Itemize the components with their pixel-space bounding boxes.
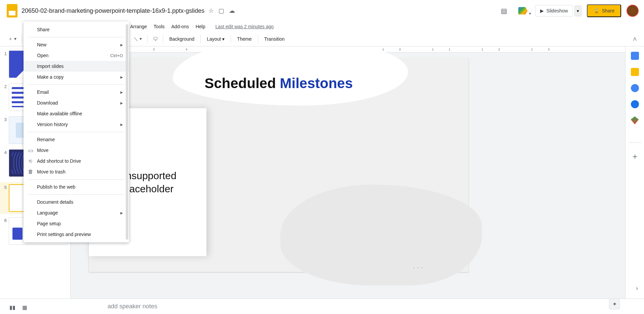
star-icon[interactable]: ☆ bbox=[208, 7, 214, 14]
separator bbox=[163, 35, 163, 43]
filmstrip-view-icon[interactable]: ▮▮ bbox=[9, 304, 15, 311]
speaker-notes[interactable]: add speaker notes bbox=[0, 299, 644, 314]
file-details[interactable]: Document details bbox=[24, 197, 129, 207]
file-make-copy[interactable]: Make a copy▶ bbox=[24, 72, 129, 82]
menu-help[interactable]: Help bbox=[193, 23, 208, 31]
separator bbox=[28, 179, 124, 180]
share-button[interactable]: 🔒 Share bbox=[587, 4, 621, 17]
slide-number: 1 bbox=[3, 50, 9, 78]
shortcut-label: Ctrl+O bbox=[110, 53, 123, 58]
document-title[interactable]: 20650-02-brand-marketing-powerpoint-temp… bbox=[22, 7, 204, 14]
slide-title[interactable]: Scheduled Milestones bbox=[89, 75, 469, 91]
file-page-setup[interactable]: Page setup bbox=[24, 218, 129, 229]
slide-number: 3 bbox=[3, 116, 9, 144]
hide-sidepanel-icon[interactable]: › bbox=[636, 285, 638, 292]
cloud-status-icon[interactable]: ☁ bbox=[229, 7, 235, 14]
header-right: ▤ ▼ ▶ Slideshow ▾ 🔒 Share bbox=[497, 4, 639, 17]
file-language[interactable]: Language▶ bbox=[24, 207, 129, 218]
slideshow-label: Slideshow bbox=[547, 8, 568, 13]
file-publish[interactable]: Publish to the web bbox=[24, 182, 129, 192]
file-rename[interactable]: Rename bbox=[24, 134, 129, 145]
submenu-arrow-icon: ▶ bbox=[120, 211, 123, 215]
file-open[interactable]: OpenCtrl+O bbox=[24, 50, 129, 61]
slideshow-button[interactable]: ▶ Slideshow bbox=[535, 5, 573, 16]
separator bbox=[28, 37, 124, 37]
submenu-arrow-icon: ▶ bbox=[120, 123, 123, 126]
file-new[interactable]: New▶ bbox=[24, 39, 129, 50]
share-label: Share bbox=[602, 8, 614, 13]
slide-canvas[interactable]: Scheduled Milestones Unsupported placeho… bbox=[89, 58, 469, 272]
theme-button[interactable]: Theme bbox=[234, 34, 255, 44]
comment-tool[interactable]: 🗨 bbox=[150, 34, 160, 44]
line-tool[interactable]: ＼ ▾ bbox=[131, 34, 145, 44]
add-addon-icon[interactable]: ＋ bbox=[629, 143, 641, 162]
menu-addons[interactable]: Add-ons bbox=[169, 23, 192, 31]
submenu-arrow-icon: ▶ bbox=[120, 90, 123, 94]
separator bbox=[200, 35, 201, 43]
play-icon: ▶ bbox=[540, 8, 544, 13]
separator bbox=[147, 35, 148, 43]
transition-button[interactable]: Transition bbox=[261, 34, 288, 44]
notes-resize-handle[interactable]: • • • bbox=[141, 266, 625, 270]
separator bbox=[258, 35, 258, 43]
view-mode-icons: ▮▮ ▦ bbox=[9, 304, 27, 311]
submenu-arrow-icon: ▶ bbox=[120, 101, 123, 105]
file-import-slides[interactable]: Import slides bbox=[24, 61, 129, 72]
separator bbox=[231, 35, 231, 43]
new-slide-button[interactable]: ＋ ▾ bbox=[5, 34, 19, 44]
collapse-toolbar-icon[interactable]: ᐱ bbox=[631, 34, 639, 44]
shortcut-icon: ⎋ bbox=[28, 158, 34, 164]
move-icon: ▭ bbox=[28, 147, 34, 154]
file-move[interactable]: ▭Move bbox=[24, 145, 129, 156]
comments-icon[interactable]: ▤ bbox=[497, 4, 511, 17]
last-edit-link[interactable]: Last edit was 2 minutes ago bbox=[215, 24, 274, 29]
file-trash[interactable]: 🗑Move to trash bbox=[24, 166, 129, 177]
account-avatar[interactable] bbox=[627, 5, 639, 17]
slide-number: 6 bbox=[3, 217, 9, 245]
title-text-accent: Milestones bbox=[280, 75, 353, 91]
separator bbox=[28, 84, 124, 85]
move-folder-icon[interactable]: ▢ bbox=[218, 7, 224, 14]
menu-tools[interactable]: Tools bbox=[151, 23, 167, 31]
meet-button[interactable]: ▼ bbox=[516, 4, 530, 17]
notes-placeholder[interactable]: add speaker notes bbox=[108, 303, 157, 310]
file-add-shortcut[interactable]: ⎋Add shortcut to Drive bbox=[24, 156, 129, 166]
menu-arrange[interactable]: Arrange bbox=[127, 23, 150, 31]
title-icons: ☆ ▢ ☁ bbox=[208, 7, 235, 14]
trash-icon: 🗑 bbox=[28, 169, 34, 175]
file-print-preview[interactable]: Print settings and preview bbox=[24, 229, 129, 240]
slideshow-dropdown[interactable]: ▾ bbox=[574, 5, 581, 16]
tasks-icon[interactable] bbox=[631, 84, 639, 92]
dropdown-scrollbar[interactable] bbox=[126, 24, 128, 240]
slide-number: 2 bbox=[3, 83, 9, 111]
file-download[interactable]: Download▶ bbox=[24, 97, 129, 108]
file-share[interactable]: Share bbox=[24, 24, 129, 35]
file-email[interactable]: Email▶ bbox=[24, 87, 129, 97]
submenu-arrow-icon: ▶ bbox=[120, 43, 123, 47]
keep-icon[interactable] bbox=[631, 68, 639, 76]
layout-button[interactable]: Layout ▾ bbox=[203, 34, 228, 44]
separator bbox=[22, 35, 22, 43]
explore-button[interactable]: ✦ bbox=[609, 299, 620, 309]
title-text-plain: Scheduled bbox=[204, 75, 280, 91]
slides-logo[interactable] bbox=[5, 4, 19, 17]
grid-view-icon[interactable]: ▦ bbox=[22, 304, 27, 311]
file-menu-dropdown: Share New▶ OpenCtrl+O Import slides Make… bbox=[24, 22, 129, 242]
calendar-icon[interactable] bbox=[631, 52, 639, 60]
header: 20650-02-brand-marketing-powerpoint-temp… bbox=[0, 0, 644, 22]
separator bbox=[28, 194, 124, 195]
slide-number: 5 bbox=[3, 184, 9, 212]
background-button[interactable]: Background bbox=[166, 34, 198, 44]
separator bbox=[28, 132, 124, 132]
file-version-history[interactable]: Version history▶ bbox=[24, 119, 129, 130]
maps-icon[interactable] bbox=[631, 116, 639, 124]
canvas-area[interactable]: 1 2 3 4 5 6 7 8 9 10 11 12 13 Scheduled … bbox=[71, 46, 625, 299]
slide-number: 4 bbox=[3, 149, 9, 177]
contacts-icon[interactable] bbox=[631, 100, 639, 108]
file-offline[interactable]: Make available offline bbox=[24, 108, 129, 119]
right-sidebar: ＋ bbox=[625, 46, 644, 299]
lock-icon: 🔒 bbox=[594, 8, 599, 13]
submenu-arrow-icon: ▶ bbox=[120, 75, 123, 79]
